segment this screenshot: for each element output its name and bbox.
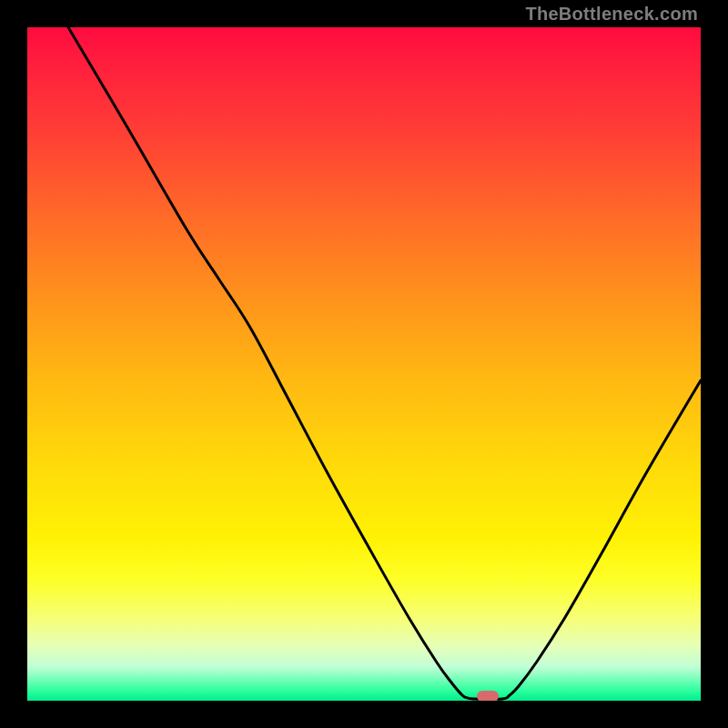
bottleneck-curve [27, 27, 701, 701]
chart-frame: TheBottleneck.com [0, 0, 728, 728]
optimum-marker [477, 691, 499, 701]
watermark-text: TheBottleneck.com [525, 4, 698, 25]
plot-area [27, 27, 701, 701]
